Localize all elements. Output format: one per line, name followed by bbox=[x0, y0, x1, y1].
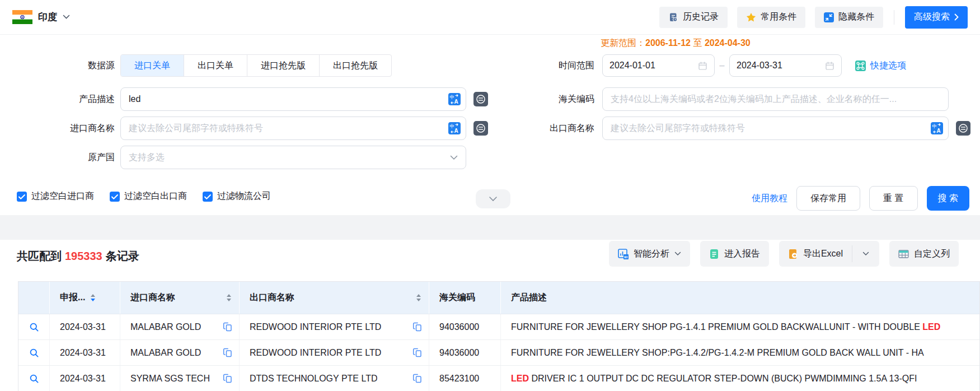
checkbox-checked-icon bbox=[17, 192, 27, 202]
tab-import-declaration[interactable]: 进口关单 bbox=[121, 55, 184, 76]
copy-icon[interactable] bbox=[412, 374, 422, 383]
calendar-icon[interactable] bbox=[698, 61, 707, 71]
export-excel-button[interactable]: 导出Excel bbox=[779, 241, 852, 267]
save-favorite-button[interactable]: 保存常用 bbox=[796, 186, 860, 211]
country-selector[interactable]: 印度 bbox=[12, 10, 70, 24]
country-name: 印度 bbox=[38, 11, 57, 24]
chevron-right-icon bbox=[954, 13, 959, 21]
command-icon bbox=[855, 60, 866, 71]
magnifier-icon[interactable] bbox=[29, 374, 39, 384]
filter-blank-importer-checkbox[interactable]: 过滤空白进口商 bbox=[17, 190, 94, 202]
exporter-row: 出口商名称 中 A bbox=[488, 117, 970, 140]
copy-icon[interactable] bbox=[223, 348, 232, 357]
smart-analysis-button[interactable]: BI 智能分析 bbox=[609, 241, 690, 267]
collapse-form-toggle[interactable] bbox=[476, 189, 510, 208]
start-date-input[interactable] bbox=[602, 54, 715, 77]
summary-suffix: 条记录 bbox=[106, 250, 139, 262]
exclude-filter-icon[interactable] bbox=[956, 121, 970, 136]
hs-code-row: 海关编码 bbox=[488, 87, 949, 111]
start-date-value[interactable] bbox=[609, 60, 682, 71]
chevron-down-icon bbox=[674, 252, 681, 256]
header-declare-date: 申报... bbox=[50, 282, 120, 314]
star-icon bbox=[746, 12, 756, 22]
sort-control[interactable] bbox=[416, 294, 421, 301]
importer-cell: MALABAR GOLD bbox=[120, 314, 240, 339]
result-count: 195333 bbox=[65, 250, 102, 262]
chevron-down-icon bbox=[63, 15, 70, 20]
divider bbox=[894, 10, 894, 25]
importer-label: 进口商名称 bbox=[0, 123, 115, 134]
svg-text:A: A bbox=[454, 99, 458, 105]
origin-label: 原产国 bbox=[0, 152, 115, 164]
india-flag-icon bbox=[12, 10, 32, 24]
custom-columns-button[interactable]: 自定义列 bbox=[889, 241, 959, 267]
search-button[interactable]: 搜 索 bbox=[927, 186, 969, 211]
copy-icon[interactable] bbox=[223, 374, 232, 383]
update-range: 更新范围：2006-11-12 至 2024-04-30 bbox=[601, 38, 751, 49]
excel-export-icon bbox=[788, 249, 798, 259]
header-product-desc: 产品描述 bbox=[501, 282, 979, 314]
tutorial-link[interactable]: 使用教程 bbox=[752, 193, 787, 204]
filter-logistics-checkbox[interactable]: 过滤物流公司 bbox=[203, 190, 271, 202]
tab-export-preview[interactable]: 出口抢先版 bbox=[319, 55, 391, 76]
favorites-button[interactable]: 常用条件 bbox=[737, 7, 805, 28]
history-button[interactable]: 历史记录 bbox=[659, 7, 728, 28]
exporter-input[interactable] bbox=[602, 117, 949, 140]
export-excel-group: 导出Excel bbox=[779, 241, 879, 267]
section-divider-band bbox=[0, 215, 980, 240]
results-section: 共匹配到195333条记录 BI 智能分析 bbox=[0, 240, 980, 391]
exporter-cell: REDWOOD INTERIOR PTE LTD bbox=[240, 314, 429, 339]
table-row: 2024-03-31 MALABAR GOLD REDWOOD INTERIOR… bbox=[18, 314, 979, 340]
importer-cell: MALABAR GOLD bbox=[120, 340, 240, 365]
chevron-down-icon bbox=[450, 155, 458, 160]
hs-code-label: 海关编码 bbox=[488, 94, 594, 105]
end-date-input[interactable] bbox=[729, 54, 842, 77]
exclude-filter-icon[interactable] bbox=[473, 121, 488, 136]
importer-input[interactable] bbox=[120, 117, 466, 140]
update-range-start: 2006-11-12 bbox=[645, 38, 691, 48]
sort-control[interactable] bbox=[227, 294, 231, 301]
detail-cell bbox=[18, 340, 50, 365]
header-exporter: 出口商名称 bbox=[240, 282, 429, 314]
hs-code-input[interactable] bbox=[602, 87, 949, 111]
keyword-highlight: LED bbox=[511, 374, 529, 383]
table-row: 2024-03-31 MALABAR GOLD REDWOOD INTERIOR… bbox=[18, 340, 979, 366]
magnifier-icon[interactable] bbox=[29, 322, 39, 332]
translate-icon[interactable]: 中 A bbox=[448, 93, 461, 105]
tab-import-preview[interactable]: 进口抢先版 bbox=[247, 55, 319, 76]
translate-icon[interactable]: 中 A bbox=[931, 122, 943, 134]
detail-cell bbox=[18, 314, 50, 339]
hide-conditions-button[interactable]: 隐藏条件 bbox=[815, 7, 883, 28]
copy-icon[interactable] bbox=[223, 322, 232, 332]
tab-export-declaration[interactable]: 出口关单 bbox=[184, 55, 247, 76]
copy-icon[interactable] bbox=[412, 348, 422, 357]
history-label: 历史记录 bbox=[683, 11, 719, 23]
product-desc-input[interactable] bbox=[120, 87, 466, 111]
advanced-search-button[interactable]: 高级搜索 bbox=[905, 6, 968, 29]
enter-report-button[interactable]: 进入报告 bbox=[700, 241, 769, 267]
exporter-cell: DTDS TECHNOLOGY PTE LTD bbox=[240, 366, 429, 391]
quick-options-link[interactable]: 快捷选项 bbox=[855, 60, 906, 72]
magnifier-icon[interactable] bbox=[29, 348, 39, 358]
time-range-row: 时间范围 – bbox=[488, 54, 906, 77]
sort-control[interactable] bbox=[91, 294, 95, 301]
origin-select[interactable]: 支持多选 bbox=[120, 146, 466, 169]
importer-cell: SYRMA SGS TECH bbox=[120, 366, 240, 391]
filter-blank-exporter-checkbox[interactable]: 过滤空白出口商 bbox=[110, 190, 187, 202]
header-hs-code: 海关编码 bbox=[429, 282, 501, 314]
calendar-icon[interactable] bbox=[825, 61, 834, 71]
copy-icon[interactable] bbox=[412, 322, 422, 332]
header-detail-column bbox=[18, 282, 50, 314]
advanced-search-label: 高级搜索 bbox=[914, 11, 950, 23]
search-form: 更新范围：2006-11-12 至 2024-04-30 数据源 进口关单 出口… bbox=[0, 35, 980, 215]
date-cell: 2024-03-31 bbox=[50, 366, 120, 391]
end-date-value[interactable] bbox=[737, 60, 809, 71]
translate-icon[interactable]: 中 A bbox=[448, 122, 461, 134]
date-separator: – bbox=[715, 60, 729, 71]
table-header: 申报... 进口商名称 出口商名称 海关编码 产品描述 bbox=[18, 282, 979, 314]
custom-columns-label: 自定义列 bbox=[914, 248, 950, 260]
quick-options-label: 快捷选项 bbox=[870, 60, 906, 72]
exclude-filter-icon[interactable] bbox=[473, 92, 488, 106]
reset-button[interactable]: 重 置 bbox=[869, 186, 917, 211]
export-options-toggle[interactable] bbox=[852, 241, 879, 267]
